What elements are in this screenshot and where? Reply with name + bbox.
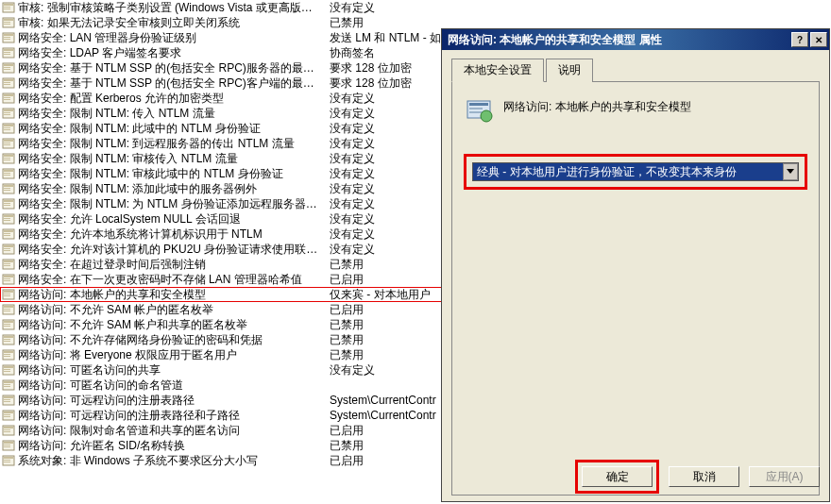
svg-rect-49 [4,185,13,187]
policy-name: 网络安全: 限制 NTLM: 添加此域中的服务器例外 [18,181,330,196]
svg-rect-78 [4,294,10,294]
policy-row[interactable]: 网络访问: 本地帐户的共享和安全模型仅来宾 - 对本地用户 [0,287,444,302]
policy-row[interactable]: 网络访问: 可远程访问的注册表路径和子路径System\CurrentContr [0,408,444,423]
policy-item-icon [2,243,15,256]
policy-row[interactable]: 网络安全: 限制 NTLM: 审核传入 NTLM 流量没有定义 [0,151,444,166]
policy-name: 网络安全: 限制 NTLM: 到远程服务器的传出 NTLM 流量 [18,136,330,151]
svg-rect-107 [4,401,10,402]
svg-rect-7 [4,24,10,25]
policy-row[interactable]: 网络安全: LDAP 客户端签名要求协商签名 [0,45,444,60]
close-button[interactable]: ✕ [810,32,827,47]
svg-rect-102 [4,384,10,385]
policy-name: 网络安全: 允许 LocalSystem NULL 会话回退 [18,211,330,227]
policy-row[interactable]: 网络访问: 可远程访问的注册表路径System\CurrentContr [0,393,444,408]
policy-row[interactable]: 网络安全: 允许对该计算机的 PKU2U 身份验证请求使用联…没有定义 [0,242,444,257]
policy-row[interactable]: 网络安全: 限制 NTLM: 为 NTLM 身份验证添加远程服务器…没有定义 [0,196,444,211]
policy-row[interactable]: 网络安全: LAN 管理器身份验证级别发送 LM 和 NTLM - 如 [0,30,444,45]
policy-name: 网络访问: 将 Everyone 权限应用于匿名用户 [18,347,330,362]
policy-row[interactable]: 系统对象: 非 Windows 子系统不要求区分大小写已启用 [0,453,444,468]
apply-button[interactable]: 应用(A) [749,466,820,487]
policy-row[interactable]: 网络安全: 限制 NTLM: 传入 NTLM 流量没有定义 [0,106,444,121]
svg-rect-99 [4,371,10,372]
svg-rect-1 [4,4,13,6]
policy-row[interactable]: 网络安全: 基于 NTLM SSP 的(包括安全 RPC)服务器的最…要求 12… [0,60,444,76]
policy-item-icon [2,152,15,165]
policy-value: 仅来宾 - 对本地用户 [330,287,444,302]
policy-name: 网络访问: 允许匿名 SID/名称转换 [18,438,330,453]
svg-rect-75 [4,280,10,281]
svg-rect-58 [4,218,10,219]
policy-value: 协商签名 [330,45,444,60]
policy-row[interactable]: 网络访问: 可匿名访问的命名管道 [0,378,444,393]
policy-row[interactable]: 网络安全: 在下一次更改密码时不存储 LAN 管理器哈希值已启用 [0,272,444,287]
policy-row[interactable]: 网络安全: 限制 NTLM: 到远程服务器的传出 NTLM 流量没有定义 [0,136,444,151]
policy-row[interactable]: 网络安全: 限制 NTLM: 审核此域中的 NTLM 身份验证没有定义 [0,166,444,181]
svg-rect-122 [4,460,10,461]
ok-button[interactable]: 确定 [582,466,653,487]
policy-item-icon [2,394,15,407]
properties-dialog: 网络访问: 本地帐户的共享和安全模型 属性 ? ✕ 本地安全设置 说明 网络访问… [441,28,830,502]
svg-rect-87 [4,326,10,327]
help-button[interactable]: ? [791,32,808,47]
policy-value: 没有定义 [330,151,444,166]
policy-value: 已启用 [330,453,444,468]
svg-rect-81 [4,306,13,308]
svg-rect-25 [4,94,13,96]
policy-name: 网络安全: 基于 NTLM SSP 的(包括安全 RPC)服务器的最… [18,60,330,76]
svg-rect-85 [4,321,13,323]
svg-rect-46 [4,173,10,174]
cancel-button[interactable]: 取消 [669,466,739,487]
policy-item-icon [2,288,15,301]
policy-row[interactable]: 网络访问: 不允许存储网络身份验证的密码和凭据已禁用 [0,332,444,347]
dialog-title: 网络访问: 本地帐户的共享和安全模型 属性 [448,32,791,48]
svg-rect-94 [4,354,10,355]
svg-rect-2 [4,7,10,8]
svg-rect-45 [4,170,13,172]
policy-row[interactable]: 网络安全: 在超过登录时间后强制注销已禁用 [0,257,444,272]
policy-row[interactable]: 网络安全: 限制 NTLM: 添加此域中的服务器例外没有定义 [0,181,444,196]
svg-rect-42 [4,158,10,159]
policy-row[interactable]: 网络访问: 将 Everyone 权限应用于匿名用户已禁用 [0,347,444,362]
tab-strip: 本地安全设置 说明 [451,58,820,82]
dialog-button-row: 确定 取消 应用(A) [575,460,820,494]
tab-description[interactable]: 说明 [546,59,593,82]
svg-rect-26 [4,97,10,98]
tab-local-security[interactable]: 本地安全设置 [451,59,544,82]
svg-rect-5 [4,19,13,21]
policy-item-icon [2,258,15,271]
svg-rect-55 [4,205,10,206]
svg-rect-83 [4,311,10,311]
svg-rect-117 [4,442,13,444]
policy-row[interactable]: 网络安全: 配置 Kerberos 允许的加密类型没有定义 [0,91,444,106]
svg-rect-17 [4,64,13,66]
policy-row[interactable]: 网络安全: 基于 NTLM SSP 的(包括安全 RPC)客户端的最…要求 12… [0,76,444,91]
policy-item-icon [2,273,15,286]
policy-row[interactable]: 审核: 强制审核策略子类别设置 (Windows Vista 或更高版…没有定义 [0,0,444,15]
svg-rect-79 [4,295,10,296]
policy-row[interactable]: 网络访问: 可匿名访问的共享没有定义 [0,362,444,378]
policy-value: 没有定义 [330,242,444,257]
dropdown-value: 经典 - 对本地用户进行身份验证，不改变其本来身份 [477,164,737,180]
policy-row[interactable]: 审核: 如果无法记录安全审核则立即关闭系统已禁用 [0,15,444,30]
dialog-body: 本地安全设置 说明 网络访问: 本地帐户的共享和安全模型 经典 - 对本地用户进… [442,50,829,501]
policy-row[interactable]: 网络访问: 限制对命名管道和共享的匿名访问已启用 [0,423,444,438]
policy-row[interactable]: 网络访问: 允许匿名 SID/名称转换已禁用 [0,438,444,453]
policy-name: 网络安全: 允许对该计算机的 PKU2U 身份验证请求使用联… [18,242,330,257]
policy-info-icon [464,95,494,126]
policy-row[interactable]: 网络安全: 允许本地系统将计算机标识用于 NTLM没有定义 [0,227,444,242]
policy-row[interactable]: 网络访问: 不允许 SAM 帐户的匿名枚举已启用 [0,302,444,317]
policy-row[interactable]: 网络安全: 限制 NTLM: 此域中的 NTLM 身份验证没有定义 [0,121,444,136]
svg-rect-19 [4,69,10,70]
svg-rect-91 [4,341,10,342]
policy-value: 没有定义 [330,362,444,378]
svg-rect-118 [4,445,10,445]
svg-rect-115 [4,431,10,432]
policy-row[interactable]: 网络访问: 不允许 SAM 帐户和共享的匿名枚举已禁用 [0,317,444,332]
policy-row[interactable]: 网络安全: 允许 LocalSystem NULL 会话回退没有定义 [0,211,444,227]
policy-list: 审核: 强制审核策略子类别设置 (Windows Vista 或更高版…没有定义… [0,0,444,468]
svg-rect-11 [4,39,10,40]
svg-rect-38 [4,143,10,143]
sharing-model-dropdown[interactable]: 经典 - 对本地用户进行身份验证，不改变其本来身份 [472,162,799,181]
policy-name: 网络访问: 限制对命名管道和共享的匿名访问 [18,423,330,438]
svg-rect-113 [4,427,13,428]
